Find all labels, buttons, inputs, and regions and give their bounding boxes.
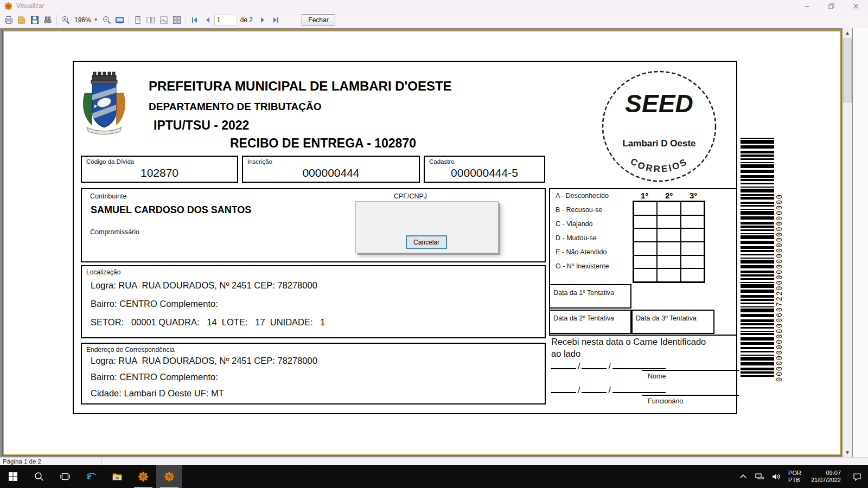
header-prefeitura: PREFEITURA MUNICIPAL DE LAMBARI D'OESTE <box>149 79 452 94</box>
find-button[interactable] <box>41 14 54 27</box>
slash: / <box>607 362 612 371</box>
language-indicator[interactable]: POR PTB <box>788 470 801 484</box>
view-multiple-pages-button[interactable] <box>170 14 183 27</box>
view-single-page-button[interactable] <box>131 14 144 27</box>
start-button[interactable] <box>0 465 26 488</box>
language-top: POR <box>788 470 801 477</box>
attempt-cell <box>681 255 704 269</box>
seed-correios-stamp: SEED Lambari D Oeste CORREIOS <box>600 69 718 184</box>
zoom-level-value: 196% <box>74 16 91 24</box>
attempt-cell <box>634 215 657 229</box>
app-window: Visualizar 196% ▼ <box>0 0 868 488</box>
attempt-cell <box>681 228 704 242</box>
vertical-scrollbar[interactable]: ▲ ▼ <box>843 28 852 457</box>
endereco-bairro: Bairro: CENTRO Complemento: <box>91 372 218 382</box>
export-button[interactable] <box>15 14 28 27</box>
zoom-in-button[interactable] <box>59 14 72 27</box>
delivery-code: G - Nº Inexistente <box>556 262 609 270</box>
system-tray: POR PTB 09:07 21/07/2022 <box>735 465 868 488</box>
fit-window-button[interactable] <box>113 14 126 27</box>
task-view-button[interactable] <box>52 465 78 488</box>
internet-explorer-icon[interactable]: e <box>78 465 104 488</box>
page-status-text: Página 1 de 2 <box>3 458 41 465</box>
save-button[interactable] <box>28 14 41 27</box>
last-page-button[interactable] <box>269 14 282 27</box>
first-page-button[interactable] <box>188 14 201 27</box>
cpf-cnpj-label: CPF/CNPJ <box>394 192 427 200</box>
slash: / <box>607 386 612 395</box>
zoom-level-dropdown[interactable]: 196% ▼ <box>72 15 100 25</box>
header-departamento: DEPARTAMENTO DE TRIBUTAÇÃO <box>149 101 321 113</box>
attempt-cell <box>657 228 680 242</box>
endereco-cidade: Cidade: Lambari D Oeste UF: MT <box>91 388 224 399</box>
page-number-input[interactable] <box>214 15 237 25</box>
scroll-down-arrow[interactable]: ▼ <box>843 448 852 457</box>
header-iptu: IPTU/TSU - 2022 <box>154 118 249 133</box>
volume-icon[interactable] <box>768 465 784 488</box>
title-bar: Visualizar <box>0 0 868 12</box>
attempt-cell <box>681 242 704 255</box>
field-value: 000000444 <box>243 166 419 179</box>
contribuinte-label: Contribuinte <box>90 192 126 200</box>
language-bottom: PTB <box>788 477 801 484</box>
scrollbar-thumb[interactable] <box>843 38 852 102</box>
tentativa-1-box: Data da 1º Tentativa <box>549 284 631 309</box>
attempt-header: 1º <box>633 191 656 200</box>
header-recibo: RECIBO DE ENTREGA - 102870 <box>230 136 416 151</box>
attempt-cell <box>634 268 657 282</box>
field-value: 102870 <box>82 166 237 179</box>
tentativa-label: Data da 3º Tentativa <box>636 314 697 322</box>
minimize-button[interactable] <box>795 0 819 12</box>
zoom-out-button[interactable] <box>100 14 113 27</box>
delivery-code: A - Desconhecido <box>556 192 609 200</box>
status-bar: Página 1 de 2 <box>0 457 868 465</box>
restore-button[interactable] <box>819 0 844 12</box>
localizacao-box: Localização Logra: RUA RUA DOURADOS, Nº … <box>81 265 546 338</box>
print-button[interactable] <box>2 14 15 27</box>
view-continuous-button[interactable] <box>157 14 170 27</box>
field-label: Código da Dívida <box>86 158 134 165</box>
network-icon[interactable] <box>751 465 768 488</box>
close-button[interactable] <box>844 0 868 12</box>
windows-taskbar: e POR PTB 09:07 21/07/2022 <box>0 465 868 488</box>
attempt-cell <box>657 255 680 269</box>
attempt-cell <box>657 215 680 229</box>
taskbar-app-flower-1[interactable] <box>130 465 156 488</box>
tentativa-3-box: Data da 3º Tentativa <box>631 310 714 334</box>
attempt-cell <box>634 242 657 255</box>
field-value: 000000444-5 <box>425 166 544 179</box>
next-page-button[interactable] <box>256 14 269 27</box>
attempt-cell <box>657 268 680 282</box>
municipal-coat-of-arms <box>79 71 129 138</box>
action-center-icon[interactable] <box>846 465 868 488</box>
svg-text:e: e <box>87 471 92 481</box>
attempt-cell <box>634 228 657 242</box>
preview-area: PREFEITURA MUNICIPAL DE LAMBARI D'OESTE … <box>0 28 868 457</box>
taskbar-clock[interactable]: 09:07 21/07/2022 <box>811 470 841 484</box>
file-explorer-icon[interactable] <box>104 465 130 488</box>
preview-toolbar: 196% ▼ de 2 Fechar <box>0 12 868 28</box>
tray-chevron-up-icon[interactable] <box>735 465 751 488</box>
chevron-down-icon: ▼ <box>94 17 98 22</box>
delivery-code: D - Mudou-se <box>556 234 597 242</box>
preview-gutter <box>853 28 868 457</box>
tentativa-2-box: Data da 2º Tentativa <box>549 310 631 334</box>
funcionario-signature-line: Funcionário <box>642 395 739 405</box>
search-button[interactable] <box>26 465 52 488</box>
fechar-close-preview-button[interactable]: Fechar <box>302 14 335 25</box>
delivery-code: E - Não Atendido <box>556 248 607 256</box>
field-inscricao: Inscrição 000000444 <box>242 156 420 183</box>
taskbar-app-flower-2-active[interactable] <box>156 465 182 488</box>
previous-page-button[interactable] <box>201 14 214 27</box>
view-facing-pages-button[interactable] <box>144 14 157 27</box>
compromissario-label: Compromissário <box>90 228 139 236</box>
attempt-cell <box>634 255 657 269</box>
nome-label: Nome <box>642 371 739 380</box>
attempt-cell <box>657 242 680 255</box>
stamp-correios-text: CORREIOS <box>629 156 690 174</box>
cancel-button[interactable]: Cancelar <box>406 235 447 249</box>
progress-dialog: Cancelar <box>355 201 499 253</box>
scroll-up-arrow[interactable]: ▲ <box>843 28 852 37</box>
field-cadastro: Cadastro 000000444-5 <box>424 156 545 183</box>
localizacao-logra: Logra: RUA RUA DOURADOS, Nº 2451 CEP: 78… <box>91 280 317 291</box>
